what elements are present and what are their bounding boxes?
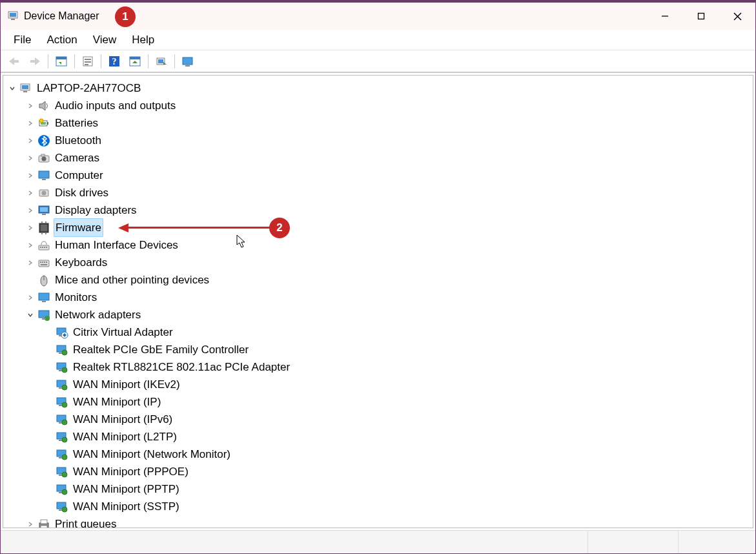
adapter-icon [55, 500, 69, 514]
toolbar-scan-button[interactable] [152, 53, 171, 70]
tree-category-label: Batteries [54, 114, 99, 132]
toolbar-separator [101, 54, 101, 68]
expand-icon[interactable] [25, 153, 36, 163]
tree-category[interactable]: Audio inputs and outputs [3, 97, 753, 114]
expand-icon[interactable] [25, 118, 36, 128]
tree-device-label: WAN Miniport (SSTP) [72, 498, 181, 515]
minimize-button[interactable] [647, 3, 683, 30]
svg-rect-63 [46, 262, 47, 263]
tree-category[interactable]: Mice and other pointing devices [3, 271, 753, 289]
tree-category[interactable]: Network adapters [3, 306, 753, 323]
menu-file[interactable]: File [7, 32, 37, 48]
svg-rect-55 [40, 247, 41, 248]
toolbar-back-button[interactable] [5, 53, 24, 70]
tree-device[interactable]: Realtek PCIe GbE Family Controller [3, 341, 753, 358]
svg-rect-75 [59, 335, 61, 336]
svg-rect-71 [42, 318, 46, 320]
tree-category[interactable]: Print queues [3, 515, 753, 528]
svg-point-98 [62, 472, 67, 477]
menu-help[interactable]: Help [125, 32, 161, 48]
firmware-icon [37, 221, 51, 235]
expand-icon[interactable] [25, 188, 36, 198]
speaker-icon [37, 99, 51, 113]
tree-device[interactable]: WAN Miniport (Network Monitor) [3, 446, 753, 463]
tree-category[interactable]: Disk drives [3, 184, 753, 201]
expand-icon[interactable] [25, 136, 36, 146]
expand-icon[interactable] [25, 292, 36, 303]
toolbar-remote-button[interactable] [178, 53, 198, 70]
tree-device[interactable]: WAN Miniport (IPv6) [3, 411, 753, 428]
window-title: Device Manager [24, 10, 99, 22]
tree-device[interactable]: WAN Miniport (SSTP) [3, 498, 753, 515]
tree-device[interactable]: WAN Miniport (PPTP) [3, 480, 753, 498]
expand-icon[interactable] [25, 101, 36, 111]
app-icon [7, 10, 19, 22]
tree-category[interactable]: Batteries [3, 114, 753, 132]
svg-rect-26 [183, 57, 192, 65]
adapter-icon [55, 360, 69, 374]
toolbar-properties-button[interactable] [78, 53, 97, 70]
tree-category-label: Monitors [54, 289, 98, 306]
tree-device[interactable]: WAN Miniport (L2TP) [3, 428, 753, 446]
tree-category[interactable]: Keyboards [3, 254, 753, 271]
tree-device[interactable]: WAN Miniport (PPPOE) [3, 463, 753, 480]
expand-icon[interactable] [25, 170, 36, 181]
tree-device[interactable]: Realtek RTL8821CE 802.11ac PCIe Adapter [3, 358, 753, 376]
svg-marker-9 [35, 57, 40, 65]
tree-category[interactable]: Firmware [3, 219, 753, 236]
computer-icon [19, 81, 33, 96]
tree-category-label: Firmware [54, 218, 103, 237]
device-manager-window: Device Manager 1 File Action View Help [0, 0, 756, 554]
svg-rect-51 [45, 221, 46, 223]
svg-rect-78 [59, 353, 62, 354]
statusbar [1, 530, 755, 553]
collapse-icon[interactable] [7, 83, 17, 94]
tree-category[interactable]: Display adapters [3, 201, 753, 219]
tree-category-label: Mice and other pointing devices [54, 271, 210, 289]
device-tree-panel[interactable]: LAPTOP-2AH77OCBAudio inputs and outputsB… [3, 75, 753, 528]
svg-rect-87 [59, 405, 62, 406]
tree-root[interactable]: LAPTOP-2AH77OCB [3, 79, 753, 97]
expand-icon[interactable] [25, 205, 36, 216]
toolbar-action-center-button[interactable] [125, 53, 145, 70]
svg-rect-99 [59, 475, 62, 476]
tree-device-label: WAN Miniport (PPTP) [72, 480, 181, 498]
expand-icon[interactable] [25, 519, 36, 529]
menu-action[interactable]: Action [40, 32, 83, 48]
tree-category[interactable]: Cameras [3, 149, 753, 167]
cursor-icon [236, 234, 247, 249]
expand-icon[interactable] [25, 240, 36, 251]
svg-rect-81 [59, 370, 62, 371]
printer-icon [37, 517, 51, 529]
expand-icon[interactable] [25, 258, 36, 268]
toolbar-separator [148, 54, 148, 68]
svg-rect-52 [41, 232, 43, 234]
tree-device[interactable]: Citrix Virtual Adapter [3, 323, 753, 341]
svg-rect-24 [158, 59, 163, 63]
svg-rect-16 [85, 61, 91, 63]
collapse-icon[interactable] [25, 310, 36, 320]
toolbar-showhide-button[interactable] [52, 53, 71, 70]
tree-category[interactable]: Bluetooth [3, 132, 753, 149]
tree-category[interactable]: Computer [3, 167, 753, 184]
svg-rect-40 [39, 171, 49, 178]
bluetooth-icon [37, 134, 51, 148]
toolbar-forward-button[interactable] [25, 53, 45, 70]
svg-rect-64 [41, 264, 47, 265]
tree-category[interactable]: Human Interface Devices [3, 236, 753, 254]
svg-rect-4 [699, 14, 704, 19]
window-controls [647, 3, 755, 30]
toolbar-help-button[interactable]: ? [105, 53, 124, 70]
menu-view[interactable]: View [87, 32, 123, 48]
svg-rect-68 [42, 301, 46, 302]
maximize-button[interactable] [683, 3, 719, 30]
svg-point-80 [62, 367, 67, 373]
tree-device[interactable]: WAN Miniport (IP) [3, 393, 753, 411]
tree-category[interactable]: Monitors [3, 289, 753, 306]
tree-category-label: Print queues [54, 515, 117, 528]
tree-device[interactable]: WAN Miniport (IKEv2) [3, 376, 753, 393]
close-button[interactable] [719, 3, 755, 30]
svg-point-83 [62, 385, 67, 390]
expand-icon[interactable] [25, 223, 36, 233]
tree-category-label: Bluetooth [54, 132, 103, 149]
